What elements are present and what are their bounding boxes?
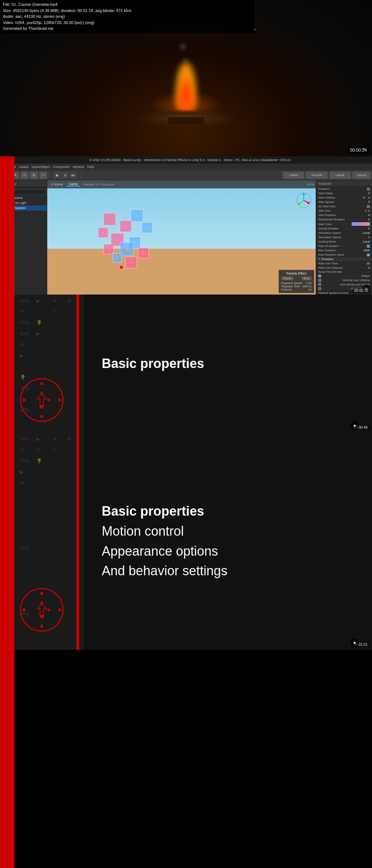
inspector-row-velocity: Velocity over Lifetime [316, 278, 372, 283]
scene-lighting[interactable]: ☀ [100, 183, 102, 186]
menu-gameobject[interactable]: GameObject [32, 165, 50, 169]
velocity-checkbox[interactable] [318, 279, 321, 282]
scene-tab-scene[interactable]: ≡ Scene [49, 183, 65, 186]
deco-icon-15: ▶ [36, 331, 40, 336]
step-button[interactable]: ⏭ [69, 172, 77, 179]
inspector-row-start-color: Start Color [316, 222, 372, 227]
scene-2d[interactable]: 2D [95, 183, 98, 186]
collab-button[interactable]: Collab▾ [283, 172, 304, 179]
inspector-label: Inspector [318, 182, 332, 185]
basic-properties-heading-1: Basic properties [102, 356, 354, 371]
prewarm-checkbox[interactable] [367, 188, 370, 191]
playback-time-row: Playback Time 699.41 [281, 285, 312, 288]
menu-component[interactable]: Component [53, 165, 70, 169]
svg-marker-12 [40, 615, 44, 618]
particle-cube-10: ↑ [138, 248, 149, 259]
deco-icon-11: PSD [20, 320, 30, 325]
section2-play-button[interactable] [350, 638, 359, 647]
inspector-header: Inspector [316, 180, 372, 187]
smoke-3 [180, 44, 186, 49]
red-stripe-2 [76, 433, 79, 650]
pause-btn[interactable]: Pause [281, 276, 294, 280]
deco-icon-b2: JPG [20, 436, 29, 442]
toolbar-scale[interactable]: ⊞ [30, 172, 38, 179]
list-item-appearance: Appearance options [102, 543, 354, 560]
start-color-swatch[interactable] [352, 222, 370, 226]
scene-gizmo [295, 191, 313, 209]
pause-button[interactable]: ⏸ [61, 172, 69, 179]
svg-point-5 [307, 202, 310, 204]
unity-toolbar: ✋ ✥ ↻ ⊞ ▭ ▶ ⏸ ⏭ Collab▾ Account▾ Layers▾… [0, 170, 372, 180]
svg-marker-14 [47, 609, 50, 611]
unity-editor-section: 0 Unity 5.5.0f3 (64bit) - Basics.unity -… [0, 156, 372, 295]
scene-fx[interactable]: Gizmos▾ [103, 183, 114, 186]
deco-icon-b9: T [53, 447, 56, 453]
stop-btn[interactable]: Stop [302, 276, 312, 280]
deco-icon-b14: ▶ [20, 469, 24, 475]
inspector-row-start-speed: Start Speed5 [316, 200, 372, 204]
menu-window[interactable]: Window [73, 165, 84, 169]
particle-cube-4: ↑ [120, 220, 132, 232]
toolbar-rotate[interactable]: ↻ [20, 172, 28, 179]
green-arrow: → [109, 267, 114, 273]
scene-toolbar: ≡ Scene Game Shaded▾ 2D ☀ Gizmos▾ 00:00 [47, 180, 316, 188]
deco-icon-7: 👁 [20, 309, 25, 315]
unity-scene-view[interactable]: ≡ Scene Game Shaded▾ 2D ☀ Gizmos▾ 00:00 … [47, 180, 316, 295]
particle-cube-11: ↑ [113, 253, 122, 263]
toolbar-rect[interactable]: ▭ [39, 172, 47, 179]
scene-shaded[interactable]: Shaded▾ [83, 183, 94, 186]
inspector-row-scaling: Scaling ModeLocal [316, 240, 372, 244]
play-awake-checkbox[interactable] [367, 245, 370, 248]
deco-icon-5: ⚙ [67, 298, 72, 304]
particle-cube-2: ↑ [131, 209, 143, 222]
svg-marker-13 [41, 601, 43, 604]
menu-assets[interactable]: Assets [19, 165, 29, 169]
inspector-row-shape: Shape [316, 274, 372, 278]
particles-label: Particles [281, 288, 292, 291]
all-properties-section: ▭ JPG ▶ 👁 ⚙ ▶ 👁 ⬡ T ⚙ PSD 💡 MOV ▶ 👁 ⚙ PN… [0, 433, 372, 650]
inspector-row-rate-time: Rate over Time20 [316, 261, 372, 266]
inspector-row-emission[interactable]: ✓ Emission [316, 257, 372, 261]
deco-icon-12: 💡 [36, 320, 42, 325]
campfire-logs [168, 117, 204, 124]
layout-button[interactable]: Layout▾ [352, 172, 371, 179]
playback-speed-row: Playback Speed 1.00 [281, 281, 312, 285]
deco-icon-4: 👁 [53, 298, 57, 304]
deco-icon-b5: ⚙ [67, 436, 72, 442]
unity-main-area: Hierarchy Main Camera Directional Light … [0, 180, 372, 295]
deco-icon-19: ▶ [20, 353, 24, 358]
scene-tab-game[interactable]: Game [66, 182, 80, 187]
menu-help[interactable]: Help [87, 165, 94, 169]
limit-velocity-checkbox[interactable] [318, 283, 321, 286]
red-stripe-1 [76, 295, 79, 433]
inspector-row-auto-seed: Auto Random Seed [316, 253, 372, 257]
particle-cube-3: ↑ [98, 228, 108, 238]
properties-list: Basic properties Motion control Appearan… [84, 433, 372, 650]
info-line-5: Generated by Thumbnail.me [3, 25, 251, 32]
inspector-row-start-size: Start Size1 2 [316, 209, 372, 213]
svg-marker-11 [37, 604, 46, 615]
toolbar-sep-1 [49, 172, 49, 179]
shape-checkbox[interactable] [318, 275, 321, 277]
list-item-behavior: And behavior settings [102, 563, 354, 580]
inspector-row-sim-space: Simulation SpaceLocal [316, 231, 372, 235]
deco-icon-b3: ▶ [36, 436, 40, 442]
inspector-row-sim-speed: Simulation Speed1 [316, 235, 372, 240]
inspector-row-start-delay: Start Delay0 [316, 191, 372, 196]
unity-titlebar: 0 Unity 5.5.0f3 (64bit) - Basics.unity -… [0, 156, 372, 164]
layers-button[interactable]: Layers▾ [329, 172, 351, 179]
red-dot [120, 266, 123, 269]
section1-play-button[interactable] [350, 421, 359, 430]
auto-seed-checkbox[interactable] [367, 253, 370, 256]
deco-icon-17: ⚙ [20, 342, 24, 347]
scene-stats: 00:00 [307, 183, 314, 186]
account-button[interactable]: Account▾ [306, 172, 328, 179]
svg-point-6 [298, 203, 300, 205]
play-button[interactable]: ▶ [53, 172, 61, 179]
playback-speed-value: 1.00 [306, 281, 312, 285]
3d-size-checkbox[interactable] [367, 205, 370, 208]
inherit-checkbox[interactable] [318, 287, 321, 290]
info-line-1: File: 01. Course Overview.mp4 [3, 1, 251, 8]
inspector-row-gravity: Gravity Modifier0 [316, 227, 372, 231]
svg-marker-8 [40, 405, 44, 408]
